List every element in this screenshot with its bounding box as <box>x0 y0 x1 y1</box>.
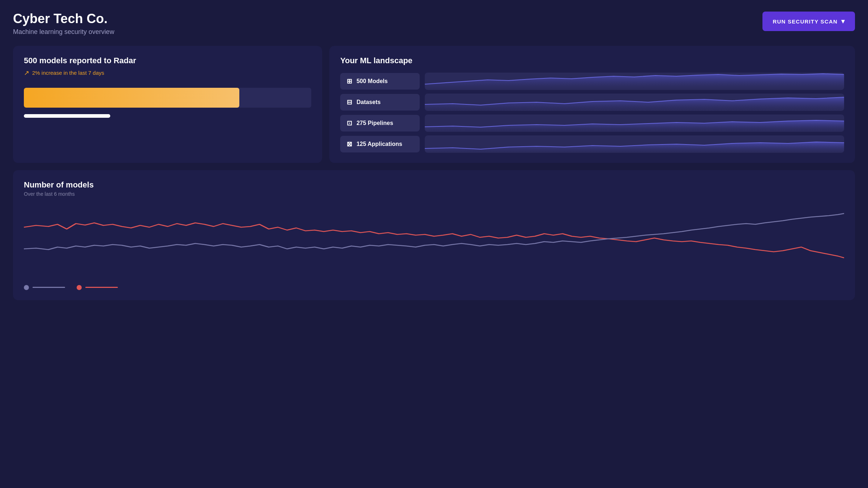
company-title: Cyber Tech Co. <box>13 12 114 26</box>
chevron-down-icon: ▾ <box>841 17 845 25</box>
top-cards-row: 500 models reported to Radar ↗ 2% increa… <box>13 46 855 163</box>
main-progress-bar-fill <box>24 88 239 108</box>
main-progress-bar-container <box>24 88 311 108</box>
models-button[interactable]: ⊞ 500 Models <box>340 73 420 90</box>
landscape-row-models: ⊞ 500 Models <box>340 73 844 90</box>
models-icon: ⊞ <box>347 77 352 85</box>
pipelines-icon: ⊡ <box>347 119 352 127</box>
chart-legend <box>24 285 844 290</box>
legend-line-red <box>85 287 118 288</box>
pipelines-button[interactable]: ⊡ 275 Pipelines <box>340 115 420 131</box>
models-reported-card: 500 models reported to Radar ↗ 2% increa… <box>13 46 322 163</box>
landscape-row-applications: ⊠ 125 Applications <box>340 135 844 153</box>
applications-button[interactable]: ⊠ 125 Applications <box>340 136 420 152</box>
applications-icon: ⊠ <box>347 140 352 148</box>
run-security-scan-button[interactable]: RUN SECURITY SCAN ▾ <box>762 12 855 31</box>
datasets-icon: ⊟ <box>347 98 352 106</box>
legend-line-gray <box>33 287 65 288</box>
chart-area <box>24 206 844 278</box>
ml-landscape-card: Your ML landscape ⊞ 500 Models <box>329 46 855 163</box>
applications-label: 125 Applications <box>356 141 402 147</box>
landscape-row-datasets: ⊟ Datasets <box>340 94 844 111</box>
datasets-label: Datasets <box>356 99 381 105</box>
small-progress-bar <box>24 114 110 118</box>
page-subtitle: Machine learning security overview <box>13 28 114 36</box>
landscape-items: ⊞ 500 Models <box>340 73 844 153</box>
header: Cyber Tech Co. Machine learning security… <box>13 12 855 36</box>
chart-subtitle: Over the last 6 months <box>24 191 844 197</box>
datasets-sparkline <box>425 94 844 111</box>
models-label: 500 Models <box>356 78 388 85</box>
arrow-up-icon: ↗ <box>24 69 29 77</box>
legend-dot-red <box>77 285 82 290</box>
legend-item-gray <box>24 285 65 290</box>
applications-sparkline <box>425 135 844 153</box>
datasets-button[interactable]: ⊟ Datasets <box>340 94 420 111</box>
legend-dot-gray <box>24 285 29 290</box>
pipelines-sparkline <box>425 115 844 132</box>
models-reported-title: 500 models reported to Radar <box>24 56 311 65</box>
number-of-models-card: Number of models Over the last 6 months <box>13 170 855 300</box>
increase-row: ↗ 2% increase in the last 7 days <box>24 69 311 77</box>
legend-item-red <box>77 285 118 290</box>
run-scan-label: RUN SECURITY SCAN <box>773 18 837 25</box>
landscape-row-pipelines: ⊡ 275 Pipelines <box>340 115 844 132</box>
increase-text: 2% increase in the last 7 days <box>32 70 104 76</box>
header-text: Cyber Tech Co. Machine learning security… <box>13 12 114 36</box>
chart-title: Number of models <box>24 180 844 190</box>
models-sparkline <box>425 73 844 90</box>
ml-landscape-title: Your ML landscape <box>340 56 844 65</box>
pipelines-label: 275 Pipelines <box>356 120 393 126</box>
